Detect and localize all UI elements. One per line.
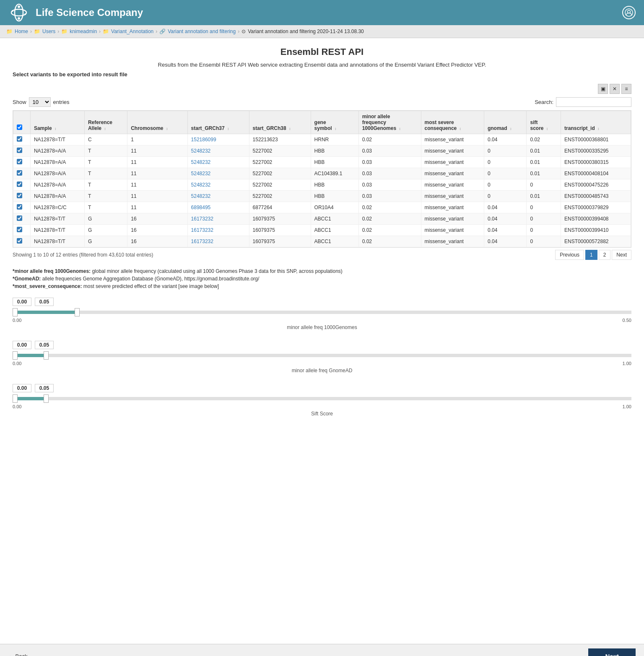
row-maf-9: 0.02 — [358, 236, 421, 247]
row-checkbox-6[interactable] — [13, 202, 31, 213]
row-checkbox-3[interactable] — [13, 168, 31, 179]
row-ref-9: G — [84, 236, 127, 247]
row-check-7[interactable] — [17, 215, 22, 221]
row-start38-1: 5227002 — [249, 145, 311, 157]
slider-track-0[interactable] — [13, 308, 631, 316]
table-row: NA12878=A/A T 11 5248232 5227002 HBB 0.0… — [13, 191, 631, 202]
slider-track-2[interactable] — [13, 394, 631, 403]
pagination-page-2[interactable]: 2 — [599, 250, 611, 260]
slider-track-1[interactable] — [13, 351, 631, 360]
row-transcript-2: ENST00000380315 — [561, 157, 631, 168]
row-checkbox-8[interactable] — [13, 225, 31, 236]
col-header-ref-allele[interactable]: ReferenceAllele ↕ — [84, 111, 127, 134]
breadcrumb-vaf[interactable]: Variant annotation and filtering — [168, 29, 236, 34]
row-maf-3: 0.03 — [358, 168, 421, 179]
row-consequence-3: missense_variant — [421, 168, 484, 179]
col-header-gnomad[interactable]: gnomad ↕ — [484, 111, 527, 134]
select-all-checkbox[interactable] — [17, 124, 22, 130]
row-transcript-8: ENST00000399410 — [561, 225, 631, 236]
slider-label-max-2: 1.00 — [623, 404, 631, 409]
row-maf-1: 0.03 — [358, 145, 421, 157]
row-start38-3: 5227002 — [249, 168, 311, 179]
col-header-sample[interactable]: Sample ↕ — [30, 111, 84, 134]
row-check-0[interactable] — [17, 136, 22, 142]
breadcrumb-variant-annotation[interactable]: Variant_Annotation — [111, 29, 153, 34]
row-sample-6: NA12878=C/C — [30, 202, 84, 213]
back-button[interactable]: ← Back — [8, 653, 28, 656]
row-checkbox-7[interactable] — [13, 213, 31, 225]
footnotes: *minor allele freq 1000Genomes: global m… — [13, 268, 631, 289]
row-chr-5: 11 — [127, 191, 187, 202]
row-chr-0: 1 — [127, 134, 187, 145]
user-icon[interactable] — [622, 6, 636, 19]
row-transcript-5: ENST00000485743 — [561, 191, 631, 202]
col-header-start37[interactable]: start_GRCh37 ↕ — [187, 111, 249, 134]
row-checkbox-4[interactable] — [13, 179, 31, 191]
pagination-previous[interactable]: Previous — [555, 250, 584, 260]
search-input[interactable] — [556, 97, 631, 107]
col-header-transcript[interactable]: transcript_id ↕ — [561, 111, 631, 134]
app-header: Life Science Company — [0, 0, 644, 25]
row-ref-8: G — [84, 225, 127, 236]
row-checkbox-1[interactable] — [13, 145, 31, 157]
svg-point-1 — [11, 9, 26, 16]
row-check-6[interactable] — [17, 204, 22, 210]
row-check-3[interactable] — [17, 170, 22, 176]
row-check-4[interactable] — [17, 182, 22, 187]
pagination-page-1[interactable]: 1 — [585, 250, 597, 260]
row-maf-4: 0.03 — [358, 179, 421, 191]
row-check-2[interactable] — [17, 159, 22, 164]
row-chr-7: 16 — [127, 213, 187, 225]
row-checkbox-5[interactable] — [13, 191, 31, 202]
row-check-1[interactable] — [17, 148, 22, 153]
row-gene-4: HBB — [311, 179, 358, 191]
breadcrumb-icon-va: 📁 — [103, 29, 109, 34]
row-sample-9: NA12878=T/T — [30, 236, 84, 247]
entries-select[interactable]: 10 25 50 100 — [29, 97, 51, 107]
row-start37-2: 5248232 — [187, 157, 249, 168]
footnote-2: *GnomeAD: allele frequencies Genome Aggr… — [13, 276, 631, 282]
col-header-maf[interactable]: minor allelefrequency1000Genomes ↕ — [358, 111, 421, 134]
row-check-8[interactable] — [17, 227, 22, 232]
row-transcript-3: ENST00000408104 — [561, 168, 631, 179]
slider-max-val-2: 0.05 — [35, 384, 54, 392]
page-instruction: Select variants to be exported into resu… — [13, 71, 631, 78]
row-ref-3: T — [84, 168, 127, 179]
pagination-next[interactable]: Next — [612, 250, 631, 260]
svg-point-4 — [12, 10, 13, 12]
slider-min-val-2: 0.00 — [13, 384, 31, 392]
breadcrumb-dated: Variant annotation and filtering 2020-11… — [248, 29, 364, 34]
slider-title-2: Sift Score — [13, 411, 631, 417]
row-ref-0: C — [84, 134, 127, 145]
col-header-chromosome[interactable]: Chromosome ↕ — [127, 111, 187, 134]
col-header-checkbox — [13, 111, 31, 134]
col-header-consequence[interactable]: most severeconsequence ↕ — [421, 111, 484, 134]
breadcrumb-users[interactable]: Users — [42, 29, 55, 34]
row-checkbox-2[interactable] — [13, 157, 31, 168]
row-gene-1: HBB — [311, 145, 358, 157]
row-gene-0: HRNR — [311, 134, 358, 145]
row-start38-8: 16079375 — [249, 225, 311, 236]
row-gene-6: OR10A4 — [311, 202, 358, 213]
toolbar-icon-menu[interactable]: ≡ — [621, 84, 631, 94]
slider-labels-2: 0.00 1.00 — [13, 404, 631, 409]
row-consequence-4: missense_variant — [421, 179, 484, 191]
slider-min-val-0: 0.00 — [13, 298, 31, 306]
row-start37-4: 5248232 — [187, 179, 249, 191]
row-checkbox-9[interactable] — [13, 236, 31, 247]
col-header-sift[interactable]: siftscore ↕ — [527, 111, 561, 134]
row-transcript-6: ENST00000379829 — [561, 202, 631, 213]
toolbar-icon-grid[interactable]: ▣ — [598, 84, 608, 94]
next-button[interactable]: Next — [588, 648, 636, 656]
col-header-gene-symbol[interactable]: genesymbol ↕ — [311, 111, 358, 134]
row-checkbox-0[interactable] — [13, 134, 31, 145]
row-gnomad-8: 0.04 — [484, 225, 527, 236]
row-check-5[interactable] — [17, 193, 22, 198]
table-row: NA12878=T/T G 16 16173232 16079375 ABCC1… — [13, 236, 631, 247]
breadcrumb-home[interactable]: Home — [15, 29, 28, 34]
row-check-9[interactable] — [17, 238, 22, 244]
col-header-start38[interactable]: start_GRCh38 ↕ — [249, 111, 311, 134]
breadcrumb-knime[interactable]: knimeadmin — [70, 29, 97, 34]
toolbar-icon-close[interactable]: ✕ — [610, 84, 620, 94]
slider-label-min-1: 0.00 — [13, 361, 21, 366]
